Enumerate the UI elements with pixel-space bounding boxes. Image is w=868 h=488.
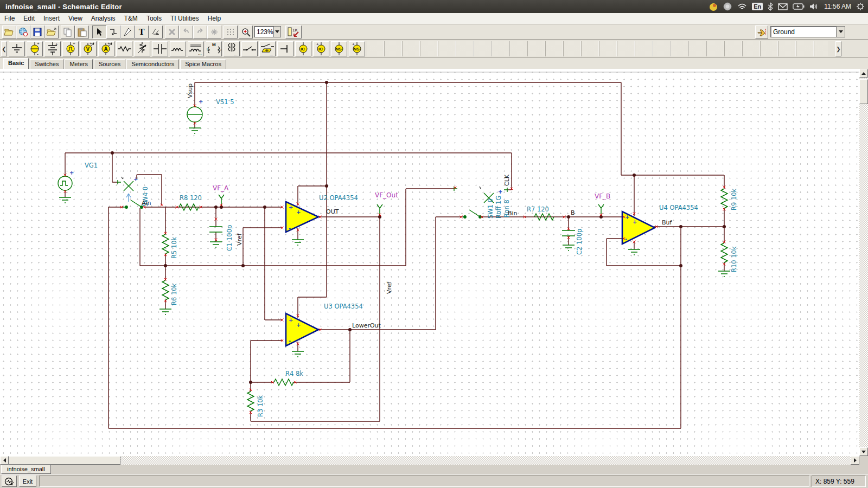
svg-text:-: -: [289, 338, 291, 344]
svg-text:...: ...: [198, 51, 202, 55]
menu-ti-utilities[interactable]: TI Utilities: [166, 14, 203, 23]
c1-label: C1 100p: [226, 225, 233, 251]
paste-button[interactable]: [75, 25, 89, 38]
open-web-button[interactable]: [16, 25, 30, 38]
palette-coupled-inductors-icon[interactable]: ML₁L₂: [206, 41, 222, 56]
opamps[interactable]: [286, 202, 655, 346]
tab-switches[interactable]: Switches: [30, 59, 63, 69]
redo-button[interactable]: [193, 25, 207, 38]
grid-toggle-button[interactable]: [224, 25, 238, 38]
open-file-button[interactable]: [2, 25, 16, 38]
component-symbols: [58, 107, 730, 411]
menu-tm[interactable]: T&M: [120, 14, 142, 23]
palette-switch-icon[interactable]: [241, 41, 258, 56]
gear-icon[interactable]: [856, 2, 865, 11]
notification-icon[interactable]: [709, 2, 718, 11]
palette-scroll-right[interactable]: ❯: [835, 41, 841, 56]
r9-symbol: [721, 189, 727, 208]
tab-basic[interactable]: Basic: [3, 58, 29, 69]
volume-icon[interactable]: [809, 3, 819, 10]
palette-scroll-left[interactable]: ❮: [1, 41, 7, 56]
cursor-coordinates: X: 859 Y: 559: [812, 476, 866, 487]
menu-view[interactable]: View: [64, 14, 87, 23]
palette-ic-plus-icon[interactable]: +IC: [313, 41, 329, 56]
edit-value-button[interactable]: 1K: [285, 25, 302, 38]
probe-labels: VF_A VF_Out VF_B: [213, 184, 610, 200]
r5-label: R5 10k: [170, 236, 178, 259]
component-select-combo[interactable]: Ground: [770, 26, 845, 37]
component-combo-arrow[interactable]: [836, 27, 845, 37]
menu-help[interactable]: Help: [203, 14, 226, 23]
hscroll-right-button[interactable]: [851, 456, 859, 465]
window-title: infnoise_small - Schematic Editor: [0, 3, 122, 11]
last-component-button[interactable]: [207, 25, 221, 38]
palette-voltmeter-icon[interactable]: V+: [80, 41, 97, 56]
vs1-label: VS1 5: [216, 98, 234, 106]
find-component-button[interactable]: [755, 25, 768, 38]
select-tool-button[interactable]: [92, 25, 106, 38]
vscroll-down-button[interactable]: [859, 447, 868, 456]
save-button[interactable]: [30, 25, 44, 38]
palette-ns-icon[interactable]: NS: [331, 41, 347, 56]
menu-tools[interactable]: Tools: [142, 14, 166, 23]
hscroll-thumb[interactable]: [9, 456, 120, 465]
vscroll-thumb[interactable]: [859, 79, 868, 104]
tab-sources[interactable]: Sources: [94, 59, 125, 69]
bluetooth-icon[interactable]: [768, 2, 773, 11]
palette-controlled-switch-icon[interactable]: ...: [259, 41, 276, 56]
palette-inductor-icon[interactable]: [170, 41, 186, 56]
keyboard-layout-indicator[interactable]: En: [752, 3, 763, 10]
palette-battery-icon[interactable]: +: [44, 41, 61, 56]
wire-tool-button[interactable]: [106, 25, 120, 38]
undo-button[interactable]: [179, 25, 193, 38]
component-labels: VS1 5 VG1 R8 120 U2 OPA4354 U3 OPA4354 U…: [85, 98, 738, 417]
open-macro-button[interactable]: [44, 25, 59, 38]
palette-ns-plus-icon[interactable]: +NS: [349, 41, 365, 56]
sw4-arrow-icon: [126, 194, 131, 202]
palette-capacitor-icon[interactable]: [152, 41, 168, 56]
vs1-symbol: [187, 107, 202, 122]
palette-potentiometer-icon[interactable]: [134, 41, 150, 56]
palette-inductor-core-icon[interactable]: ...: [188, 41, 204, 56]
menu-analysis[interactable]: Analysis: [87, 14, 120, 23]
r3-symbol: [247, 391, 254, 411]
schematic-canvas[interactable]: ++- ++- ++- + + + + VS1 5 VG1 R8 120 U2 …: [0, 69, 859, 456]
wifi-icon[interactable]: [737, 3, 747, 10]
svg-text:+: +: [296, 209, 301, 215]
horizontal-scrollbar[interactable]: [0, 456, 859, 465]
menu-edit[interactable]: Edit: [19, 14, 39, 23]
battery-icon[interactable]: [793, 3, 805, 10]
svg-text:NS: NS: [336, 47, 342, 52]
palette-resistor-icon[interactable]: [116, 41, 132, 56]
palette-ammeter-icon[interactable]: A+: [98, 41, 114, 56]
vscro ll-up-button[interactable]: [859, 69, 868, 78]
palette-voltage-generator-icon[interactable]: +: [62, 41, 79, 56]
tab-semiconductors[interactable]: Semiconductors: [126, 59, 179, 69]
zoom-combo-arrow[interactable]: [273, 27, 280, 37]
palette-voltage-source-icon[interactable]: +-: [27, 41, 43, 56]
palette-terminal-icon[interactable]: [277, 41, 293, 56]
clock[interactable]: 11:56 AM: [824, 3, 851, 10]
sheet-tab[interactable]: infnoise_small: [1, 465, 51, 474]
copy-button[interactable]: [61, 25, 75, 38]
palette-ic-icon[interactable]: IC: [295, 41, 311, 56]
menu-insert[interactable]: Insert: [39, 14, 64, 23]
delete-button[interactable]: [165, 25, 179, 38]
hscroll-left-button[interactable]: [0, 456, 9, 465]
vertical-scrollbar[interactable]: [859, 69, 868, 456]
node-clk: CLK: [503, 174, 510, 186]
exit-button[interactable]: Exit: [19, 476, 36, 487]
pen-tool-button[interactable]: [120, 25, 135, 38]
palette-ground-icon[interactable]: [9, 41, 25, 56]
globe-tray-icon[interactable]: [723, 2, 732, 11]
zoom-level-combo[interactable]: 123%: [254, 26, 281, 37]
tab-spice-macros[interactable]: Spice Macros: [180, 59, 226, 69]
flip-tool-button[interactable]: [149, 25, 163, 38]
probe-mode-button[interactable]: [2, 476, 17, 487]
zoom-tool-button[interactable]: [239, 25, 253, 38]
mail-icon[interactable]: [778, 3, 788, 10]
tab-meters[interactable]: Meters: [65, 59, 93, 69]
text-tool-button[interactable]: T: [135, 25, 149, 38]
palette-transformer-icon[interactable]: ...: [224, 41, 240, 56]
menu-file[interactable]: File: [0, 14, 19, 23]
